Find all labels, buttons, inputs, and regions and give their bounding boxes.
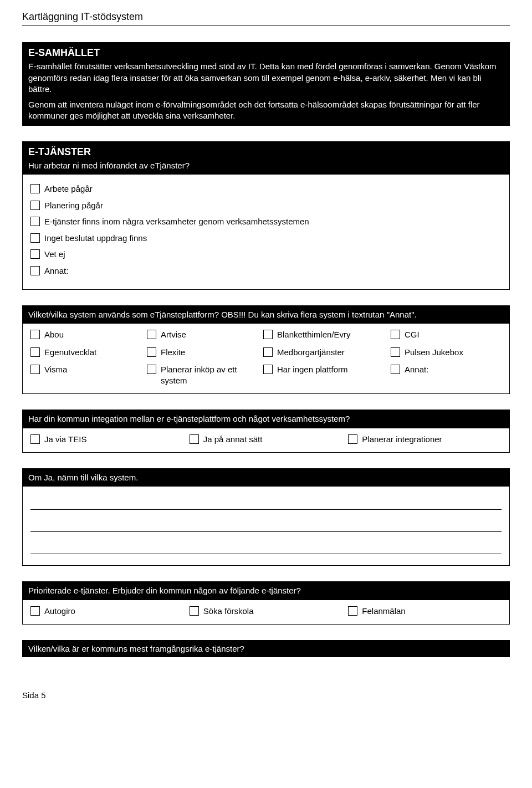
prioriterade-cell: Felanmälan — [348, 606, 502, 617]
option-label: E-tjänster finns inom några verksamheter… — [44, 216, 309, 227]
option-label: Felanmälan — [362, 606, 405, 617]
checkbox[interactable] — [147, 347, 156, 357]
etjanster-band: E-TJÄNSTER Hur arbetar ni med införandet… — [23, 142, 509, 175]
platform-question: Vilket/vilka system används som eTjänste… — [23, 306, 509, 324]
text-line[interactable] — [30, 539, 502, 554]
checkbox[interactable] — [30, 347, 40, 357]
checkbox[interactable] — [391, 330, 400, 339]
checkbox[interactable] — [30, 201, 40, 210]
option-label: Pulsen Jukebox — [405, 347, 463, 358]
platform-cell: Artvise — [147, 329, 258, 340]
platform-cell: Medborgartjänster — [263, 347, 385, 358]
integration-options: Ja via TEIS Ja på annat sätt Planerar in… — [23, 428, 509, 453]
section-prioriterade: Prioriterade e-tjänster. Erbjuder din ko… — [22, 581, 510, 625]
omja-heading: Om Ja, nämn till vilka system. — [23, 469, 509, 487]
option-label: Annat: — [405, 364, 428, 375]
section-framgang: Vilken/vilka är er kommuns mest framgång… — [22, 640, 510, 657]
option-label: Annat: — [44, 265, 68, 277]
option-label: Egenutvecklat — [44, 347, 96, 358]
platform-cell: Pulsen Jukebox — [391, 347, 502, 358]
platform-cell: Flexite — [147, 347, 258, 358]
esamhallet-p1: E-samhället förutsätter verksamhetsutvec… — [28, 61, 504, 95]
checkbox[interactable] — [348, 434, 357, 444]
option-row: Inget beslutat uppdrag finns — [30, 233, 502, 244]
checkbox[interactable] — [30, 184, 40, 193]
checkbox[interactable] — [263, 347, 273, 357]
checkbox[interactable] — [30, 434, 40, 444]
prioriterade-cell: Autogiro — [30, 606, 184, 617]
page: Kartläggning IT-stödsystem E-SAMHÄLLET E… — [0, 0, 532, 722]
prioriterade-question: Prioriterade e-tjänster. Erbjuder din ko… — [23, 582, 509, 600]
platform-cell: CGI — [391, 329, 502, 340]
prioriterade-options: Autogiro Söka förskola Felanmälan — [23, 600, 509, 625]
title-rule — [22, 25, 510, 25]
integration-cell: Planerar integrationer — [348, 434, 502, 445]
section-platform: Vilket/vilka system används som eTjänste… — [22, 305, 510, 394]
option-label: Abou — [44, 329, 64, 340]
option-label: Vet ej — [44, 249, 65, 260]
checkbox[interactable] — [30, 233, 40, 243]
option-label: Artvise — [161, 329, 186, 340]
section-etjanster: E-TJÄNSTER Hur arbetar ni med införandet… — [22, 141, 510, 290]
checkbox[interactable] — [30, 365, 40, 374]
omja-lines — [23, 487, 509, 565]
checkbox[interactable] — [391, 365, 400, 374]
checkbox[interactable] — [190, 606, 199, 616]
etjanster-question: Hur arbetar ni med införandet av eTjänst… — [28, 160, 504, 171]
text-line[interactable] — [30, 516, 502, 532]
option-label: Söka förskola — [203, 606, 254, 617]
option-row: Vet ej — [30, 249, 502, 260]
option-label: CGI — [405, 329, 420, 340]
section-integration: Har din kommun integation mellan er e-tj… — [22, 410, 510, 453]
option-label: Planerar integrationer — [362, 434, 442, 445]
integration-cell: Ja på annat sätt — [190, 434, 343, 445]
option-label: Arbete pågår — [44, 183, 93, 195]
etjanster-options: Arbete pågår Planering pågår E-tjänster … — [23, 175, 509, 289]
checkbox[interactable] — [147, 365, 156, 374]
checkbox[interactable] — [263, 330, 273, 339]
checkbox[interactable] — [190, 434, 199, 444]
checkbox[interactable] — [30, 266, 40, 275]
checkbox[interactable] — [30, 330, 40, 339]
prioriterade-cell: Söka förskola — [190, 606, 343, 617]
option-label: Ja via TEIS — [44, 434, 86, 445]
option-row: E-tjänster finns inom några verksamheter… — [30, 216, 502, 227]
checkbox[interactable] — [30, 249, 40, 259]
platform-cell: Planerar inköp av ett system — [147, 364, 258, 386]
option-label: Visma — [44, 364, 67, 375]
option-label: Ja på annat sätt — [203, 434, 263, 445]
checkbox[interactable] — [147, 330, 156, 339]
section-omja: Om Ja, nämn till vilka system. — [22, 468, 510, 566]
option-label: Inget beslutat uppdrag finns — [44, 233, 147, 244]
option-row: Arbete pågår — [30, 183, 502, 195]
etjanster-heading: E-TJÄNSTER — [28, 145, 504, 158]
option-label: Blanketthimlen/Evry — [277, 329, 351, 340]
esamhallet-p2: Genom att inventera nuläget inom e-förva… — [28, 99, 504, 122]
integration-question: Har din kommun integation mellan er e-tj… — [23, 410, 509, 428]
platform-cell: Blanketthimlen/Evry — [263, 329, 385, 340]
platform-cell: Visma — [30, 364, 141, 375]
checkbox[interactable] — [30, 217, 40, 226]
checkbox[interactable] — [30, 606, 40, 616]
esamhallet-heading: E-SAMHÄLLET — [28, 46, 504, 59]
option-label: Flexite — [161, 347, 185, 358]
platform-cell: Har ingen plattform — [263, 364, 385, 375]
checkbox[interactable] — [348, 606, 357, 616]
integration-cell: Ja via TEIS — [30, 434, 184, 445]
option-label: Medborgartjänster — [277, 347, 345, 358]
checkbox[interactable] — [391, 347, 400, 357]
option-row: Planering pågår — [30, 200, 502, 211]
option-label: Planering pågår — [44, 200, 103, 211]
platform-cell: Egenutvecklat — [30, 347, 141, 358]
option-row: Annat: — [30, 265, 502, 277]
esamhallet-band: E-SAMHÄLLET E-samhället förutsätter verk… — [23, 43, 509, 125]
page-footer: Sida 5 — [22, 690, 510, 700]
platform-cell: Annat: — [391, 364, 502, 375]
option-label: Planerar inköp av ett system — [161, 364, 258, 386]
platform-cell: Abou — [30, 329, 141, 340]
option-label: Autogiro — [44, 606, 75, 617]
doc-title: Kartläggning IT-stödsystem — [22, 11, 510, 23]
text-line[interactable] — [30, 494, 502, 510]
checkbox[interactable] — [263, 365, 273, 374]
option-label: Har ingen plattform — [277, 364, 348, 375]
